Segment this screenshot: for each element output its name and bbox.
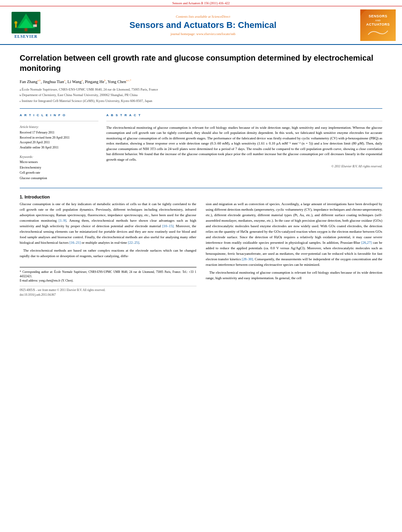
copyright: © 2011 Elsevier B.V. All rights reserved… [106, 165, 382, 168]
footnote-star-text: * Corresponding author at: École Normale… [20, 270, 196, 279]
body-p1: Glucose consumption is one of the key in… [20, 202, 196, 246]
footer-doi: doi:10.1016/j.snb.2011.04.067 [20, 293, 196, 297]
keyword-4: Glucose consumption [20, 176, 98, 181]
article-history-content: Received 17 February 2011 Received in re… [20, 130, 98, 150]
body-p4: The electrochemical monitoring of glucos… [206, 270, 383, 281]
section1-title: 1. Introduction [20, 195, 382, 199]
keywords-label: Keywords: [20, 155, 98, 159]
svg-rect-8 [33, 24, 37, 27]
keyword-2: Electrochemistry [20, 165, 98, 171]
abstract-column: A B S T R A C T The electrochemical moni… [106, 113, 382, 181]
svg-point-6 [35, 20, 37, 23]
authors-line: Fan Zhanga,b, Jinghua Tiana, Li Wanga, P… [20, 79, 382, 84]
body-col-left: Glucose consumption is one of the key in… [20, 202, 196, 297]
svg-point-4 [15, 21, 17, 24]
keywords-list: Micro-sensors Electrochemistry Cell grow… [20, 159, 98, 181]
history-online: Available online 30 April 2011 [20, 145, 98, 150]
header-divider [20, 108, 382, 109]
article-history-label: Article history: [20, 125, 98, 129]
footnote-email: E-mail address: yong.chen@ens.fr (Y. Che… [20, 278, 196, 283]
info-abstract-section: A R T I C L E I N F O Article history: R… [20, 113, 382, 181]
sensors-actuators-logo: SENSORS AND AcTUATORS [360, 9, 396, 41]
elsevier-logo: ELSEVIER [6, 12, 46, 39]
abstract-header: A B S T R A C T [106, 113, 382, 117]
keyword-3: Cell growth rate [20, 170, 98, 176]
history-revised: Received in revised form 20 April 2011 [20, 135, 98, 141]
article-body: 1. Introduction Glucose consumption is o… [20, 195, 382, 297]
journal-homepage: journal homepage: www.elsevier.com/locat… [54, 32, 352, 36]
affiliations: a École Normale Supérieure, CNRS-ENS-UPM… [20, 87, 382, 104]
sensors-logo-line2: AcTUATORS [366, 22, 390, 27]
body-col-right: sion and migration as well as convection… [206, 202, 383, 297]
journal-citation: Sensors and Actuators B 156 (2011) 416–4… [0, 0, 402, 6]
sensors-logo-swirl [366, 29, 390, 37]
abstract-divider [106, 121, 382, 121]
body-p2: The electrochemical methods are based on… [20, 248, 196, 259]
body-divider [20, 188, 382, 188]
history-received: Received 17 February 2011 [20, 130, 98, 135]
body-two-column: Glucose consumption is one of the key in… [20, 202, 382, 297]
article-info-column: A R T I C L E I N F O Article history: R… [20, 113, 98, 181]
elsevier-tree-icon [10, 12, 42, 33]
footer-license: 0925-4005/$ – see front matter © 2011 El… [20, 286, 196, 297]
sciencedirect-label: Contents lists available at ScienceDirec… [54, 15, 352, 19]
body-p3: sion and migration as well as convection… [206, 202, 383, 267]
article-content: Correlation between cell growth rate and… [0, 45, 402, 305]
journal-title: Sensors and Actuators B: Chemical [54, 20, 352, 30]
footer-text: 0925-4005/$ – see front matter © 2011 El… [20, 288, 196, 293]
sensors-logo-line1: SENSORS [366, 14, 390, 19]
journal-header: ELSEVIER Contents lists available at Sci… [0, 6, 402, 45]
svg-rect-1 [24, 28, 27, 31]
article-info-header: A R T I C L E I N F O [20, 113, 98, 117]
article-title: Correlation between cell growth rate and… [20, 53, 382, 73]
footnote-area: * Corresponding author at: École Normale… [20, 267, 196, 283]
history-accepted: Accepted 20 April 2011 [20, 140, 98, 145]
abstract-text: The electrochemical monitoring of glucos… [106, 125, 382, 163]
info-divider [20, 121, 98, 121]
keyword-1: Micro-sensors [20, 159, 98, 165]
journal-center: Contents lists available at ScienceDirec… [54, 15, 352, 36]
elsevier-brand-text: ELSEVIER [15, 34, 38, 39]
svg-rect-5 [15, 24, 17, 28]
